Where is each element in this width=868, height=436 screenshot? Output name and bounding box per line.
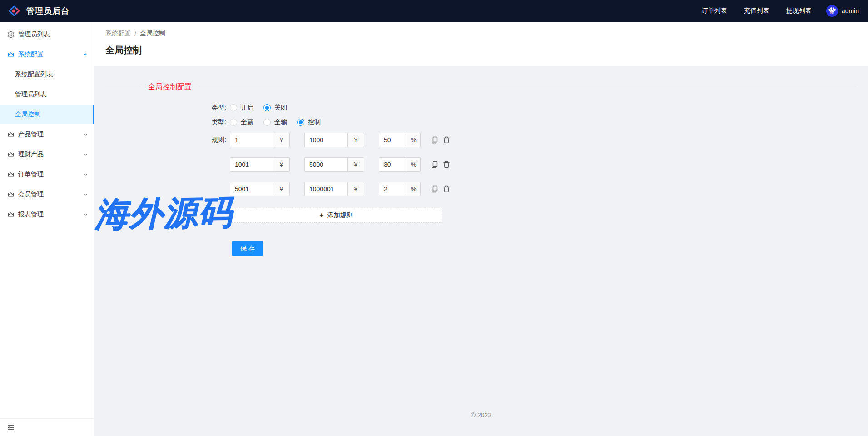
rule-min-input[interactable]: [230, 182, 273, 196]
sidebar-item-admin-list[interactable]: 管理员列表: [0, 25, 94, 44]
form-row-add-rule: + 添加规则: [105, 206, 857, 223]
rule-max-group: ¥: [304, 133, 364, 147]
sidebar-item-label: 管理员列表: [18, 30, 50, 39]
sidebar-item-label: 产品管理: [18, 130, 44, 139]
chevron-down-icon: [83, 132, 88, 137]
rule-max-input[interactable]: [304, 157, 348, 172]
user-menu[interactable]: du admin: [826, 5, 859, 17]
form-label: 类型:: [105, 118, 230, 126]
percent-addon: %: [407, 133, 421, 147]
copy-rule-icon[interactable]: [431, 136, 439, 144]
breadcrumb: 系统配置 / 全局控制: [105, 30, 857, 38]
page-head: 系统配置 / 全局控制 全局控制: [94, 22, 868, 66]
crown-icon: [7, 211, 15, 218]
rule-percent-group: %: [379, 182, 421, 196]
radio-all-lose[interactable]: 全输: [263, 118, 287, 126]
rule-max-input[interactable]: [304, 182, 348, 196]
rule-min-group: ¥: [230, 133, 290, 147]
avatar: du: [826, 5, 838, 17]
form-row-save: 保存: [105, 241, 857, 256]
delete-rule-icon[interactable]: [442, 185, 451, 193]
nav-recharge-list[interactable]: 充值列表: [744, 7, 769, 15]
sidebar-item-finance-product[interactable]: 理财产品: [0, 145, 94, 164]
rule-percent-input[interactable]: [379, 157, 407, 172]
crown-icon: [7, 171, 15, 178]
crown-icon: [7, 191, 15, 198]
currency-addon: ¥: [273, 157, 290, 172]
svg-text:du: du: [830, 11, 834, 14]
top-nav: 订单列表 充值列表 提现列表: [702, 7, 812, 15]
sidebar-footer: [0, 418, 94, 436]
rule-min-group: ¥: [230, 182, 290, 196]
radio-close[interactable]: 关闭: [263, 104, 287, 112]
section-divider: 全局控制配置: [105, 82, 857, 92]
form-label: 规则:: [105, 136, 230, 144]
sidebar-subitem-admin-list[interactable]: 管理员列表: [0, 85, 94, 104]
main-area: 系统配置 / 全局控制 全局控制 全局控制配置 类型:: [94, 22, 868, 436]
sidebar-item-label: 系统配置列表: [15, 70, 53, 79]
radio-open[interactable]: 开启: [230, 104, 253, 112]
chevron-up-icon: [83, 52, 88, 57]
radio-control[interactable]: 控制: [297, 118, 321, 126]
rule-row: ¥ ¥ %: [105, 182, 857, 196]
nav-withdraw-list[interactable]: 提现列表: [786, 7, 812, 15]
switch-radio-group: 开启 关闭: [230, 104, 297, 112]
crown-icon: [7, 131, 15, 138]
copy-rule-icon[interactable]: [431, 160, 439, 169]
sidebar-item-label: 订单管理: [18, 170, 44, 179]
sidebar-subitem-global-control[interactable]: 全局控制: [0, 105, 94, 124]
radio-icon: [297, 119, 304, 126]
sidebar-item-product-manage[interactable]: 产品管理: [0, 125, 94, 144]
delete-rule-icon[interactable]: [442, 160, 451, 169]
rule-min-input[interactable]: [230, 157, 273, 172]
rule-percent-input[interactable]: [379, 182, 407, 196]
rule-row: ¥ ¥ %: [105, 157, 857, 172]
plus-icon: +: [319, 212, 323, 219]
sidebar-item-system-config[interactable]: 系统配置: [0, 45, 94, 64]
breadcrumb-global-control: 全局控制: [140, 30, 165, 38]
user-name: admin: [842, 7, 859, 15]
save-button[interactable]: 保存: [232, 241, 263, 256]
content-panel: 全局控制配置 类型: 开启 关闭: [94, 66, 868, 436]
breadcrumb-system-config[interactable]: 系统配置: [105, 30, 131, 38]
crown-icon: [7, 51, 15, 58]
sidebar-item-label: 报表管理: [18, 210, 44, 219]
breadcrumb-separator: /: [134, 30, 136, 37]
delete-rule-icon[interactable]: [442, 136, 451, 144]
page-title: 全局控制: [105, 44, 857, 56]
sidebar-item-member-manage[interactable]: 会员管理: [0, 185, 94, 204]
radio-all-win[interactable]: 全赢: [230, 118, 253, 126]
chevron-down-icon: [83, 192, 88, 197]
nav-order-list[interactable]: 订单列表: [702, 7, 727, 15]
brand[interactable]: 管理员后台: [7, 4, 69, 18]
rule-min-input[interactable]: [230, 133, 273, 147]
app-title: 管理员后台: [26, 5, 69, 16]
section-title: 全局控制配置: [141, 82, 199, 92]
percent-addon: %: [407, 157, 421, 172]
sidebar: 管理员列表 系统配置 系统配置列表: [0, 22, 94, 436]
admin-app: 管理员后台 订单列表 充值列表 提现列表 du admin: [0, 0, 868, 436]
rule-percent-group: %: [379, 157, 421, 172]
sidebar-item-label: 系统配置: [18, 50, 44, 59]
sidebar-item-label: 全局控制: [15, 110, 40, 119]
collapse-sidebar-icon[interactable]: [6, 423, 15, 432]
sidebar-subitem-system-config-list[interactable]: 系统配置列表: [0, 65, 94, 84]
form-row-switch-type: 类型: 开启 关闭: [105, 104, 857, 112]
sidebar-item-report-manage[interactable]: 报表管理: [0, 205, 94, 224]
sidebar-item-label: 理财产品: [18, 150, 44, 159]
radio-icon: [263, 104, 271, 111]
add-rule-button[interactable]: + 添加规则: [230, 208, 442, 223]
rule-max-group: ¥: [304, 157, 364, 172]
currency-addon: ¥: [273, 182, 290, 196]
rule-min-group: ¥: [230, 157, 290, 172]
radio-icon: [230, 104, 237, 111]
currency-addon: ¥: [273, 133, 290, 147]
currency-addon: ¥: [348, 133, 364, 147]
top-header: 管理员后台 订单列表 充值列表 提现列表 du admin: [0, 0, 868, 22]
chevron-down-icon: [83, 212, 88, 217]
rule-max-input[interactable]: [304, 133, 348, 147]
copy-rule-icon[interactable]: [431, 185, 439, 193]
sidebar-item-order-manage[interactable]: 订单管理: [0, 165, 94, 184]
sidebar-menu: 管理员列表 系统配置 系统配置列表: [0, 22, 94, 418]
rule-percent-input[interactable]: [379, 133, 407, 147]
